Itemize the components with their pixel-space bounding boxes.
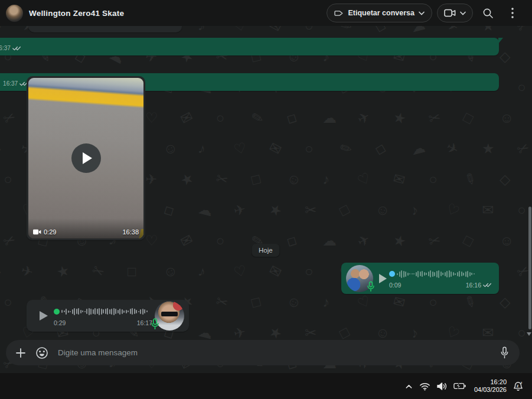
speaker-icon bbox=[436, 382, 448, 391]
video-icon bbox=[33, 229, 41, 235]
bubble-tail bbox=[498, 38, 503, 44]
mic-icon bbox=[367, 281, 374, 294]
voice-duration: 0:29 bbox=[54, 319, 66, 326]
video-thumbnail[interactable]: 0:29 16:38 bbox=[28, 78, 143, 238]
voice-message-partial[interactable]: 0:44 16:38 bbox=[28, 26, 182, 32]
show-hidden-icons-button[interactable] bbox=[404, 383, 413, 390]
message-time: 16:16 bbox=[466, 282, 481, 289]
video-message[interactable]: 0:29 16:38 bbox=[27, 76, 145, 240]
search-icon bbox=[482, 8, 494, 19]
kebab-menu-icon bbox=[511, 8, 514, 18]
unplayed-dot[interactable] bbox=[54, 309, 60, 315]
double-check-icon bbox=[483, 282, 492, 288]
wifi-status-button[interactable] bbox=[419, 382, 430, 391]
voice-waveform[interactable] bbox=[397, 269, 492, 279]
svg-text:z: z bbox=[521, 381, 523, 384]
chevron-down-icon bbox=[419, 11, 425, 15]
double-check-icon bbox=[12, 45, 21, 51]
voice-record-button[interactable] bbox=[500, 346, 509, 359]
contact-name[interactable]: Wellington Zero41 Skate bbox=[29, 9, 124, 18]
label-tag-icon bbox=[334, 9, 344, 17]
sender-avatar[interactable] bbox=[155, 301, 184, 331]
message-time: 16:38 bbox=[122, 228, 139, 236]
seek-dot[interactable] bbox=[389, 271, 395, 277]
menu-button[interactable] bbox=[502, 3, 523, 23]
windows-taskbar: 16:20 04/03/2026 z z bbox=[0, 373, 532, 399]
voice-waveform[interactable] bbox=[61, 306, 152, 317]
video-play-button[interactable] bbox=[71, 143, 101, 173]
chat-header: Wellington Zero41 Skate Etiquetar conver… bbox=[0, 0, 532, 26]
message-input[interactable] bbox=[57, 348, 500, 358]
video-camera-icon bbox=[444, 9, 456, 17]
battery-button[interactable] bbox=[453, 382, 466, 390]
sticker-emoji-button[interactable] bbox=[35, 346, 48, 359]
chevron-up-icon bbox=[404, 383, 413, 390]
message-time: 16:37 bbox=[0, 45, 11, 51]
play-button[interactable] bbox=[379, 274, 387, 283]
svg-text:z: z bbox=[517, 384, 519, 388]
voice-duration: 0:44 bbox=[43, 26, 55, 27]
sunglasses-detail bbox=[161, 312, 178, 316]
play-button[interactable] bbox=[40, 311, 48, 320]
attach-plus-button[interactable] bbox=[15, 348, 26, 358]
mic-unplayed-icon bbox=[151, 318, 159, 332]
label-conversation-button[interactable]: Etiquetar conversa bbox=[327, 4, 432, 22]
scrollbar-thumb[interactable] bbox=[528, 207, 531, 329]
voice-message-outgoing[interactable]: 0:09 16:16 bbox=[341, 263, 499, 294]
play-icon bbox=[83, 152, 92, 164]
taskbar-time: 16:20 bbox=[474, 378, 507, 386]
sticker-icon bbox=[35, 346, 48, 359]
battery-charging-icon bbox=[453, 382, 466, 390]
voice-duration: 0:09 bbox=[389, 282, 401, 289]
taskbar-clock[interactable]: 16:20 04/03/2026 bbox=[474, 378, 507, 394]
volume-button[interactable] bbox=[436, 382, 448, 391]
outgoing-message[interactable]: A sim 16:37 bbox=[0, 38, 499, 55]
chat-panel: ☁✈★✂□☺♪♡✉○✎◇☁✈★✂○✎◇☁✈★✂□☺♪♡✉○✎◇☁♪♡✉○✎◇☁✈… bbox=[0, 26, 532, 373]
wifi-icon bbox=[419, 382, 430, 391]
voice-message-incoming[interactable]: 0:29 16:17 bbox=[27, 300, 189, 332]
search-button[interactable] bbox=[478, 3, 498, 23]
message-time: 16:38 bbox=[141, 26, 156, 27]
bell-dnd-icon: z z bbox=[513, 381, 524, 391]
mic-icon bbox=[500, 346, 509, 359]
date-divider: Hoje bbox=[252, 244, 280, 257]
message-time: 16:17 bbox=[137, 319, 152, 326]
video-duration: 0:29 bbox=[44, 228, 56, 236]
message-time: 16:37 bbox=[3, 80, 18, 87]
taskbar-date: 04/03/2026 bbox=[474, 386, 507, 394]
own-avatar[interactable] bbox=[346, 265, 373, 292]
video-call-button[interactable] bbox=[437, 4, 473, 22]
chevron-down-icon bbox=[460, 11, 466, 15]
scrollbar-down-arrow[interactable] bbox=[527, 332, 531, 336]
contact-avatar[interactable] bbox=[6, 5, 23, 22]
notifications-button[interactable]: z z bbox=[513, 381, 524, 391]
message-composer bbox=[6, 340, 520, 365]
label-conversation-text: Etiquetar conversa bbox=[348, 9, 414, 17]
